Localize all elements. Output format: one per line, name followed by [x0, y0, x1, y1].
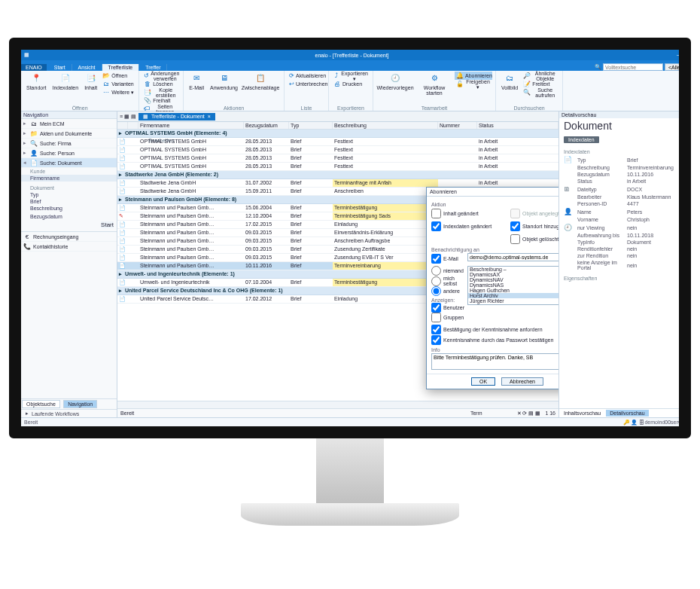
workflows-label[interactable]: ▸Laufende Workflows	[21, 409, 117, 417]
col-bezugsdatum[interactable]: Bezugsdatum	[244, 122, 289, 129]
app-menu-button[interactable]: ENAIO	[21, 64, 47, 71]
list-item[interactable]: Horst Archiv	[468, 293, 558, 298]
cb-inhalt[interactable]: Inhalt geändert	[431, 209, 504, 218]
cb-standort[interactable]: Standort hinzugefügt	[510, 221, 558, 231]
cb-gruppen[interactable]: Gruppen	[431, 313, 466, 322]
ribbon-button[interactable]: ↺Änderungen verwerfen	[142, 72, 180, 80]
detail-field: TypInfoDokument	[564, 239, 691, 246]
nav-sub2-item[interactable]: Typ	[21, 191, 117, 198]
nav-lower-item[interactable]: 📞Kontakthistorie	[21, 242, 117, 252]
ribbon-button[interactable]: ✉E-Mail	[187, 72, 206, 91]
col-firmenname[interactable]: Firmenname	[138, 122, 244, 129]
col-typ[interactable]: Typ	[289, 122, 333, 129]
tab-start[interactable]: Start	[48, 64, 72, 71]
ribbon-button[interactable]: 🔓Freigeben ▾	[455, 80, 492, 88]
row-icon: 📄	[117, 179, 128, 187]
detail-field: Statusin Arbeit	[564, 178, 691, 185]
radio-andere[interactable]: andere	[431, 286, 466, 296]
horizontal-scrollbar[interactable]	[117, 401, 558, 408]
nav-footer-tab[interactable]: Navigation	[63, 400, 97, 408]
nav-item[interactable]: ▸📁Akten und Dokumente	[21, 129, 117, 139]
radio-niemand[interactable]: niemand	[431, 266, 466, 276]
row-icon: 📄	[117, 229, 128, 237]
list-item[interactable]: DynamicsAX	[468, 272, 558, 277]
group-row[interactable]: ▸OPTIMAL SYSTEMS GmbH (Elemente: 4)	[117, 130, 558, 138]
col-beschreibung[interactable]: Beschreibung	[333, 122, 438, 129]
tab-trefferliste[interactable]: Trefferliste	[102, 64, 140, 71]
cb-index[interactable]: Indexdaten geändert	[431, 221, 504, 231]
ribbon-button[interactable]: 🔎Ähnliche Objekte	[522, 72, 559, 80]
ribbon-button[interactable]: 🕘Wiedervorlegen	[376, 72, 414, 96]
tab-ansicht[interactable]: Ansicht	[72, 64, 102, 71]
ribbon-button[interactable]: ⚙Workflow starten	[415, 72, 453, 96]
cb-angelegt[interactable]: Objekt angelegt	[510, 209, 558, 218]
col-nummer[interactable]: Nummer	[438, 122, 477, 129]
cb-kenntnisnahme[interactable]: Kenntnisnahme durch das Passwort bestäti…	[431, 335, 558, 345]
nav-sub2-item[interactable]: Brief	[21, 198, 117, 205]
cancel-button[interactable]: Abbrechen	[501, 377, 543, 386]
ribbon-button[interactable]: ⤴Exportieren ▾	[332, 72, 370, 80]
ribbon-button[interactable]: 📋Zwischenablage	[242, 72, 279, 91]
group-row[interactable]: ▸Stadtwerke Jena GmbH (Elemente: 2)	[117, 171, 558, 179]
close-tab-icon[interactable]: ×	[208, 114, 211, 119]
ribbon-button[interactable]: 🔍Suche aufrufen	[522, 88, 559, 96]
list-item[interactable]: Beschreibung –	[468, 267, 558, 272]
detail-section-label: Eigenschaften	[564, 276, 691, 281]
nav-item[interactable]: ◂📄Suche: Dokument	[21, 158, 117, 168]
ribbon-icon: 📄	[59, 72, 72, 84]
ribbon-button[interactable]: 🖥Anwendung	[208, 72, 240, 91]
nav-footer-tab[interactable]: Objektsuche	[22, 400, 60, 408]
detail-footer-tab[interactable]: Detailvorschau	[606, 410, 648, 417]
ribbon-button[interactable]: ⋯Weitere ▾	[101, 88, 135, 96]
cb-bestaetigung[interactable]: Bestätigung der Kenntnisnahme anfordern	[431, 325, 558, 334]
ribbon-button[interactable]: 📑Inhalt	[82, 72, 99, 96]
row-icon: 📄	[117, 246, 128, 253]
list-item[interactable]: Hagen Guthchen	[468, 288, 558, 293]
cb-benutzer[interactable]: Benutzer	[431, 303, 466, 313]
list-item[interactable]: DynamicsNAV	[468, 277, 558, 282]
row-icon: 📄	[117, 204, 128, 212]
ok-button[interactable]: OK	[471, 377, 495, 386]
nav-item[interactable]: ▸🗂Mein ECM	[21, 119, 117, 129]
detail-chip[interactable]: Indexdaten	[564, 136, 599, 143]
list-item[interactable]: DynamicsNAS	[468, 282, 558, 288]
ribbon-button[interactable]: 🗂Vollbild	[499, 72, 520, 96]
nav-lower-item[interactable]: €Rechnungseingang	[21, 232, 117, 242]
navigation-panel: Navigation ▸🗂Mein ECM▸📁Akten und Dokumen…	[21, 111, 117, 417]
ribbon-button[interactable]: ↩Unterbrechen	[288, 80, 325, 88]
search-scope-select[interactable]: <Alle>	[665, 63, 691, 71]
list-item[interactable]: Jürgen Richter	[468, 298, 558, 304]
row-icon: 📄	[117, 295, 128, 303]
table-row[interactable]: 📄OPTIMAL SYSTEMS GmbH28.05.2013BriefFest…	[117, 138, 558, 146]
ribbon-button[interactable]: 📄Indexdaten	[50, 72, 81, 96]
cb-geloescht[interactable]: Objekt gelöscht	[510, 234, 558, 244]
ribbon-button[interactable]: 📑Kopie erstellen	[142, 88, 180, 96]
nav-sub1-item[interactable]: Firmenname	[21, 175, 117, 182]
ribbon-button[interactable]: ⟳Aktualisieren	[288, 72, 325, 80]
table-row[interactable]: 📄OPTIMAL SYSTEMS GmbH28.05.2013BriefFest…	[117, 146, 558, 154]
ribbon-button[interactable]: 🗂Varianten	[101, 80, 135, 88]
cb-email[interactable]: E-Mail	[431, 254, 466, 264]
nav-item[interactable]: ▸👤Suche: Person	[21, 148, 117, 158]
col-status[interactable]: Status	[477, 122, 558, 129]
document-tab[interactable]: ▦ Trefferliste - Dokument ×	[138, 113, 215, 121]
nav-item[interactable]: ▸🔍Suche: Firma	[21, 139, 117, 148]
detail-footer-tab[interactable]: Inhaltsvorschau	[560, 410, 604, 417]
table-row[interactable]: 📄OPTIMAL SYSTEMS GmbH28.05.2013BriefFest…	[117, 154, 558, 163]
info-textarea[interactable]: Bitte Terminbestätigung prüfen. Danke, S…	[431, 353, 558, 370]
user-listbox[interactable]: Beschreibung –DynamicsAXDynamicsNAVDynam…	[467, 266, 558, 305]
restore-button[interactable]: ❐	[683, 52, 691, 58]
nav-start-button[interactable]: Start	[101, 221, 114, 228]
table-row[interactable]: 📄OPTIMAL SYSTEMS GmbH28.05.2013BriefFest…	[117, 163, 558, 171]
ribbon-button[interactable]: 📍Standort	[24, 72, 48, 96]
nav-sub2-item[interactable]: Bezugsdatum	[21, 213, 117, 220]
detail-field: 🕘nur Viewingnein	[564, 223, 691, 232]
ribbon-button[interactable]: 📂Öffnen	[101, 72, 135, 80]
email-input[interactable]	[467, 253, 558, 261]
ribbon-button[interactable]: 🖨Drucken	[332, 80, 370, 88]
fulltext-search-input[interactable]	[603, 63, 663, 71]
radio-mich[interactable]: mich selbst	[431, 276, 466, 286]
nav-sub2-item[interactable]: Beschreibung	[21, 205, 117, 212]
minimize-button[interactable]: –	[674, 52, 682, 57]
ribbon-icon: ⟳	[289, 72, 294, 80]
